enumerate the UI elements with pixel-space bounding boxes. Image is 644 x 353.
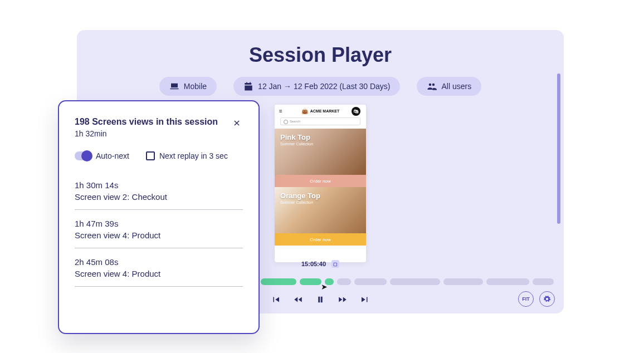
product-name: Orange Top	[280, 192, 320, 200]
close-icon	[233, 119, 241, 127]
device-filter[interactable]: Mobile	[159, 77, 217, 96]
device-preview: ≡ 👜 ACME MARKET 🛍 Search Pink Top Summer…	[275, 105, 366, 262]
vertical-scrollbar[interactable]	[557, 73, 560, 224]
timeline-segment[interactable]	[390, 278, 440, 285]
next-replay-label: Next replay in 3 sec	[159, 151, 228, 160]
auto-next-toggle[interactable]: Auto-next	[75, 151, 129, 160]
timeline-segment[interactable]	[325, 278, 334, 285]
users-filter-label: All users	[441, 82, 471, 91]
rewind-button[interactable]	[292, 293, 304, 306]
product-cta-button[interactable]: Order now	[275, 175, 366, 187]
hamburger-icon: ≡	[279, 108, 282, 114]
popover-duration: 1h 32min	[75, 129, 218, 138]
entry-time: 1h 47m 39s	[75, 219, 243, 228]
entry-time: 2h 45m 08s	[75, 257, 243, 267]
device-search-input[interactable]: Search	[280, 117, 360, 125]
marker-badge-icon: ▢	[331, 260, 339, 268]
list-item[interactable]: 1h 30m 14s Screen view 2: Checkout	[75, 171, 243, 210]
pause-button[interactable]	[314, 293, 326, 306]
timeline-segment[interactable]	[261, 278, 296, 285]
date-range-filter[interactable]: 12 Jan → 12 Feb 2022 (Last 30 Days)	[233, 77, 400, 96]
product-subtitle: Summer Collection	[280, 142, 313, 146]
laptop-icon	[169, 81, 179, 91]
zoom-controls: FIT	[518, 291, 555, 307]
date-range-label: 12 Jan → 12 Feb 2022 (Last 30 Days)	[258, 82, 390, 91]
toggle-icon	[75, 151, 91, 160]
timeline-segment[interactable]	[300, 278, 321, 285]
timeline-segment[interactable]	[486, 278, 529, 285]
gear-icon	[543, 295, 551, 303]
entry-name: Screen view 4: Product	[75, 231, 243, 240]
timeline-segment[interactable]	[443, 278, 483, 285]
popover-close-button[interactable]	[231, 117, 243, 131]
screen-view-list: 1h 30m 14s Screen view 2: Checkout 1h 47…	[75, 171, 243, 287]
playback-controls	[270, 293, 371, 306]
product-name: Pink Top	[280, 133, 310, 141]
timeline-segment[interactable]	[354, 278, 387, 285]
entry-name: Screen view 4: Product	[75, 269, 243, 278]
product-cta-button[interactable]: Order now	[275, 233, 366, 246]
fast-forward-button[interactable]	[336, 293, 349, 306]
device-header: ≡ 👜 ACME MARKET 🛍	[275, 105, 366, 116]
settings-button[interactable]	[539, 291, 555, 307]
product-card[interactable]: Orange Top Summer Collection Order now	[275, 187, 366, 246]
filter-bar: Mobile 12 Jan → 12 Feb 2022 (Last 30 Day…	[77, 77, 564, 96]
bag-icon: 👜	[301, 108, 308, 114]
users-icon	[427, 81, 437, 91]
product-subtitle: Summer Collection	[280, 200, 313, 204]
popover-title: 198 Screens views in this session	[75, 117, 218, 127]
timecode-row: 15:05:40 ▢	[301, 260, 339, 268]
playhead-timecode: 15:05:40	[301, 261, 326, 267]
list-item[interactable]: 1h 47m 39s Screen view 4: Product	[75, 210, 243, 248]
timeline-segment[interactable]	[533, 278, 554, 285]
timeline-segment[interactable]	[337, 278, 352, 285]
product-card[interactable]: Pink Top Summer Collection Order now	[275, 129, 366, 187]
auto-next-label: Auto-next	[96, 151, 129, 160]
screen-views-popover: 198 Screens views in this session 1h 32m…	[58, 100, 260, 334]
entry-name: Screen view 2: Checkout	[75, 192, 243, 202]
calendar-icon	[243, 81, 253, 91]
device-filter-label: Mobile	[184, 82, 207, 91]
skip-forward-button[interactable]	[359, 293, 371, 306]
playback-timeline[interactable]	[261, 278, 554, 286]
checkbox-icon	[146, 151, 155, 160]
fit-button[interactable]: FIT	[518, 291, 534, 307]
page-title: Session Player	[77, 43, 564, 67]
users-filter[interactable]: All users	[417, 77, 481, 96]
cart-badge-icon: 🛍	[352, 107, 360, 116]
skip-back-button[interactable]	[270, 293, 282, 306]
next-replay-checkbox[interactable]: Next replay in 3 sec	[146, 151, 228, 160]
list-item[interactable]: 2h 45m 08s Screen view 4: Product	[75, 248, 243, 287]
device-search-placeholder: Search	[290, 120, 300, 123]
entry-time: 1h 30m 14s	[75, 180, 243, 190]
device-brand: ACME MARKET	[310, 109, 340, 113]
